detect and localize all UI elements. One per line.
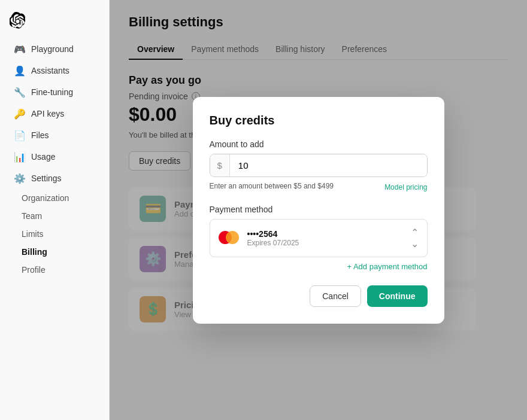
modal-actions: Cancel Continue [210, 285, 428, 307]
sidebar-item-assistants[interactable]: 👤 Assistants [5, 60, 104, 81]
cancel-button[interactable]: Cancel [310, 285, 361, 307]
card-number: ••••2564 [247, 229, 299, 239]
sidebar-item-label: Playground [31, 44, 74, 54]
payment-method-label: Payment method [210, 205, 428, 214]
files-icon: 📄 [14, 130, 25, 141]
sidebar-item-playground[interactable]: 🎮 Playground [5, 39, 104, 59]
sidebar-sub-item-limits[interactable]: Limits [5, 226, 104, 242]
usage-icon: 📊 [14, 151, 25, 162]
sidebar-sub-label: Organization [22, 193, 69, 203]
sidebar-sub-label: Billing [22, 247, 47, 257]
sidebar-item-usage[interactable]: 📊 Usage [5, 147, 104, 167]
continue-button[interactable]: Continue [367, 285, 428, 307]
sidebar-sub-item-profile[interactable]: Profile [5, 261, 104, 278]
api-keys-icon: 🔑 [14, 108, 25, 119]
sidebar-item-api-keys[interactable]: 🔑 API keys [5, 104, 104, 124]
chevron-updown-icon: ⌃⌄ [411, 227, 419, 249]
card-expiry: Expires 07/2025 [247, 239, 299, 247]
mastercard-icon [219, 231, 240, 245]
sidebar-sub-item-team[interactable]: Team [5, 208, 104, 224]
fine-tuning-icon: 🔧 [14, 87, 25, 98]
add-payment-method-link[interactable]: + Add payment method [210, 262, 428, 271]
modal-title: Buy credits [210, 114, 428, 127]
openai-logo [10, 12, 26, 29]
sidebar-item-label: Settings [31, 174, 62, 183]
sidebar-item-fine-tuning[interactable]: 🔧 Fine-tuning [5, 82, 104, 102]
buy-credits-modal: Buy credits Amount to add $ Enter an amo… [193, 97, 444, 324]
amount-input-row: $ [210, 154, 428, 177]
sidebar-item-files[interactable]: 📄 Files [5, 125, 104, 145]
dollar-sign: $ [210, 154, 230, 176]
sidebar-item-label: API keys [31, 109, 64, 118]
sidebar-sub-label: Limits [22, 229, 44, 239]
playground-icon: 🎮 [14, 44, 25, 54]
sidebar-sub-label: Team [22, 211, 42, 221]
logo-area [0, 7, 109, 38]
assistants-icon: 👤 [14, 65, 25, 76]
sidebar-sub-item-organization[interactable]: Organization [5, 190, 104, 206]
sidebar-item-label: Files [31, 130, 49, 140]
sidebar-item-settings[interactable]: ⚙️ Settings [5, 168, 104, 188]
settings-icon: ⚙️ [14, 173, 25, 184]
modal-backdrop: Buy credits Amount to add $ Enter an amo… [110, 0, 527, 420]
sidebar: 🎮 Playground 👤 Assistants 🔧 Fine-tuning … [0, 0, 110, 420]
amount-label: Amount to add [210, 139, 428, 149]
amount-hint: Enter an amount between $5 and $499 [210, 182, 334, 190]
amount-input[interactable] [230, 154, 427, 176]
sidebar-sub-label: Profile [22, 265, 46, 275]
payment-card-selector[interactable]: ••••2564 Expires 07/2025 ⌃⌄ [210, 219, 428, 257]
main-content: Billing settings Overview Payment method… [110, 0, 527, 420]
sidebar-item-label: Fine-tuning [31, 87, 73, 97]
sidebar-item-label: Assistants [31, 66, 69, 75]
model-pricing-link[interactable]: Model pricing [384, 183, 427, 191]
sidebar-item-label: Usage [31, 152, 55, 162]
sidebar-sub-item-billing[interactable]: Billing [5, 244, 104, 260]
